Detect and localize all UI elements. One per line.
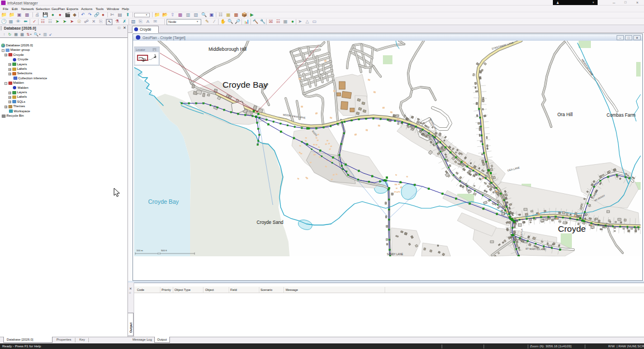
svg-text:WATERY LA: WATERY LA bbox=[520, 228, 523, 242]
svg-text:100 m: 100 m bbox=[136, 249, 143, 252]
svg-text:Croyde Sand: Croyde Sand bbox=[257, 220, 283, 225]
svg-text:PARNS: PARNS bbox=[465, 183, 468, 191]
svg-text:CORNBOROUGH: CORNBOROUGH bbox=[593, 223, 613, 227]
svg-text:Croyde: Croyde bbox=[558, 224, 586, 233]
svg-text:Croyde Bay: Croyde Bay bbox=[148, 198, 179, 205]
svg-text:Combas Farm: Combas Farm bbox=[607, 113, 636, 118]
svg-text:SANDY LANE: SANDY LANE bbox=[387, 253, 403, 256]
svg-text:500 ft: 500 ft bbox=[161, 249, 167, 252]
svg-text:PENNA HILL: PENNA HILL bbox=[429, 118, 438, 132]
svg-text:Middleborough Hill: Middleborough Hill bbox=[209, 47, 247, 52]
svg-text:Locator: Locator bbox=[136, 48, 145, 51]
svg-text:GEA LANE: GEA LANE bbox=[507, 166, 520, 172]
svg-text:Ora Hill: Ora Hill bbox=[557, 112, 572, 117]
svg-text:MOOR VIEW LANE: MOOR VIEW LANE bbox=[283, 113, 306, 119]
svg-text:MEADOW LANE: MEADOW LANE bbox=[581, 59, 594, 77]
svg-text:Croyde Bay: Croyde Bay bbox=[222, 80, 268, 89]
